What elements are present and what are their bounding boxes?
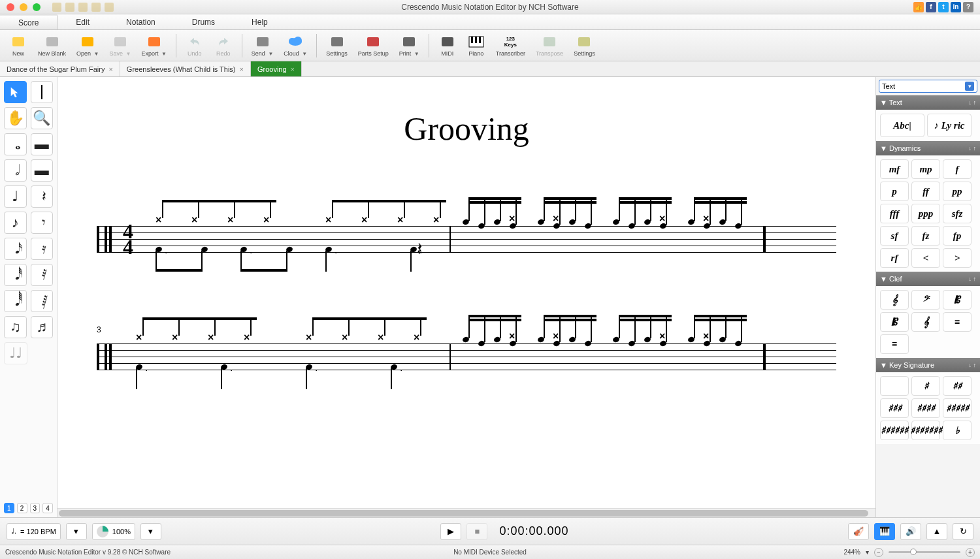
panel-header[interactable]: ▼ Clef↓ ↑ <box>876 272 980 286</box>
menu-drums[interactable]: Drums <box>174 14 233 29</box>
palette-chip[interactable]: fff <box>880 204 909 223</box>
menu-help[interactable]: Help <box>233 14 286 29</box>
toolbar-undo[interactable]: Undo <box>180 33 209 58</box>
loop-btn[interactable]: ↻ <box>953 523 973 540</box>
zoom-out-button[interactable]: − <box>874 548 883 557</box>
palette-chip[interactable]: < <box>911 248 940 268</box>
instrument-btn-3[interactable]: 🔊 <box>900 523 921 540</box>
panel-header[interactable]: ▼ Text↓ ↑ <box>876 95 980 110</box>
palette-page[interactable]: 3 <box>30 503 41 513</box>
tempo-field[interactable]: ♩. = 120 BPM <box>7 523 61 540</box>
barline-tool[interactable] <box>31 81 54 103</box>
palette-chip[interactable]: Abc| <box>880 114 924 137</box>
toolbar-cloud[interactable]: Cloud ▼ <box>278 33 312 58</box>
palette-page[interactable]: 1 <box>4 503 14 513</box>
toolbar-new-blank[interactable]: New Blank <box>33 33 71 58</box>
palette-chip[interactable]: ♯ <box>911 376 940 396</box>
whole-rest-tool[interactable]: ▬ <box>31 133 54 155</box>
palette-chip[interactable]: ff <box>911 182 940 201</box>
play-button[interactable]: ▶ <box>440 523 461 540</box>
palette-chip[interactable]: ≡ <box>880 334 909 354</box>
palette-chip[interactable]: ♯♯ <box>943 376 972 396</box>
palette-page[interactable]: 4 <box>42 503 53 513</box>
h-scrollbar[interactable] <box>57 508 875 517</box>
toolbar-transcriber[interactable]: 123KeysTranscriber <box>491 33 531 58</box>
doc-tab[interactable]: Greensleeves (What Child is This)× <box>120 61 251 76</box>
social-icon[interactable]: 👍 <box>913 2 924 12</box>
panel-header[interactable]: ▼ Dynamics↓ ↑ <box>876 141 980 155</box>
zoom-dropdown[interactable]: ▾ <box>866 549 869 556</box>
toolbar-parts-setup[interactable]: Parts Setup <box>353 33 394 58</box>
palette-chip[interactable]: ♯♯♯♯♯♯ <box>880 421 909 440</box>
qa-icon[interactable] <box>52 3 61 12</box>
thirtysecond-rest-tool[interactable]: 𝅀 <box>31 264 54 286</box>
beam-tool-2[interactable]: ♬ <box>31 316 54 338</box>
quarter-rest-tool[interactable]: 𝄽 <box>31 185 54 208</box>
qa-icon[interactable] <box>78 3 88 12</box>
half-rest-tool[interactable]: ▬ <box>31 159 54 182</box>
toolbar-export[interactable]: Export ▼ <box>136 33 171 58</box>
palette-chip[interactable]: ♯♯♯♯♯ <box>943 398 972 418</box>
doc-tab[interactable]: Dance of the Sugar Plum Fairy× <box>0 61 120 76</box>
volume-dropdown[interactable]: ▾ <box>140 523 161 540</box>
palette-chip[interactable]: 𝄞 <box>880 290 909 310</box>
eighth-rest-tool[interactable]: 𝄾 <box>31 212 54 234</box>
toolbar-open[interactable]: Open ▼ <box>71 33 104 58</box>
menu-notation[interactable]: Notation <box>108 14 174 29</box>
social-icon[interactable]: t <box>938 2 949 12</box>
close-window[interactable] <box>7 3 14 11</box>
eighth-note-tool[interactable]: ♪ <box>4 212 27 234</box>
tie-tool[interactable]: ♩♩ <box>4 342 27 364</box>
palette-chip[interactable]: ppp <box>911 204 940 223</box>
staff[interactable]: 44××××××××××××····𝄽 <box>97 200 836 278</box>
toolbar-redo[interactable]: Redo <box>209 33 238 58</box>
palette-chip[interactable] <box>880 376 909 396</box>
stop-button[interactable]: ■ <box>466 523 487 540</box>
toolbar-settings[interactable]: Settings <box>568 33 600 58</box>
half-note-tool[interactable]: 𝅗𝅥 <box>4 159 27 182</box>
instrument-btn-1[interactable]: 🎻 <box>848 523 869 540</box>
palette-chip[interactable]: p <box>880 182 909 201</box>
zoom-window[interactable] <box>33 3 41 11</box>
social-icon[interactable]: f <box>926 2 936 12</box>
quarter-note-tool[interactable]: ♩ <box>4 185 27 208</box>
sixtyfourth-note-tool[interactable]: 𝅘𝅥𝅱 <box>4 290 27 312</box>
inspector-selector[interactable]: Text ▾ <box>879 80 977 93</box>
minimize-window[interactable] <box>20 3 27 11</box>
whole-note-tool[interactable]: 𝅝 <box>4 133 27 155</box>
palette-chip[interactable]: 𝄡 <box>880 312 909 332</box>
palette-chip[interactable]: mf <box>880 159 909 179</box>
palette-chip[interactable]: fp <box>943 226 972 246</box>
close-tab-icon[interactable]: × <box>291 65 295 73</box>
sixteenth-note-tool[interactable]: 𝅘𝅥𝅯 <box>4 238 27 260</box>
toolbar-new[interactable]: New <box>4 33 33 58</box>
menu-edit[interactable]: Edit <box>57 14 108 29</box>
metronome-btn[interactable]: ▲ <box>926 523 947 540</box>
palette-chip[interactable]: fz <box>911 226 940 246</box>
palette-chip[interactable]: mp <box>911 159 940 179</box>
zoom-in-button[interactable]: + <box>966 548 975 557</box>
zoom-slider[interactable] <box>889 551 960 553</box>
panel-header[interactable]: ▼ Key Signature↓ ↑ <box>876 358 980 372</box>
palette-chip[interactable]: ≡ <box>943 312 972 332</box>
qa-icon[interactable] <box>65 3 74 12</box>
close-tab-icon[interactable]: × <box>240 65 244 73</box>
volume-field[interactable]: 100% <box>92 523 135 540</box>
social-icon[interactable]: in <box>951 2 961 12</box>
toolbar-piano[interactable]: Piano <box>462 33 491 58</box>
palette-chip[interactable]: sfz <box>943 204 972 223</box>
palette-chip[interactable]: 𝄞 <box>911 312 940 332</box>
qa-icon[interactable] <box>91 3 101 12</box>
palette-chip[interactable]: ♯♯♯♯♯♯♯ <box>911 421 940 440</box>
palette-page[interactable]: 2 <box>17 503 27 513</box>
staff[interactable]: 3××××××××××××···· <box>97 317 836 396</box>
sixteenth-rest-tool[interactable]: 𝄿 <box>31 238 54 260</box>
palette-chip[interactable]: > <box>943 248 972 268</box>
score-canvas[interactable]: Grooving 44××××××××××××····𝄽3×××××××××××… <box>57 77 875 508</box>
palette-chip[interactable]: sf <box>880 226 909 246</box>
palette-chip[interactable]: ♪ Ly ric <box>927 114 972 137</box>
close-tab-icon[interactable]: × <box>108 65 112 73</box>
toolbar-transpose[interactable]: Transpose <box>531 33 568 58</box>
toolbar-settings[interactable]: Settings <box>321 33 353 58</box>
instrument-btn-2[interactable]: 🎹 <box>874 523 895 540</box>
